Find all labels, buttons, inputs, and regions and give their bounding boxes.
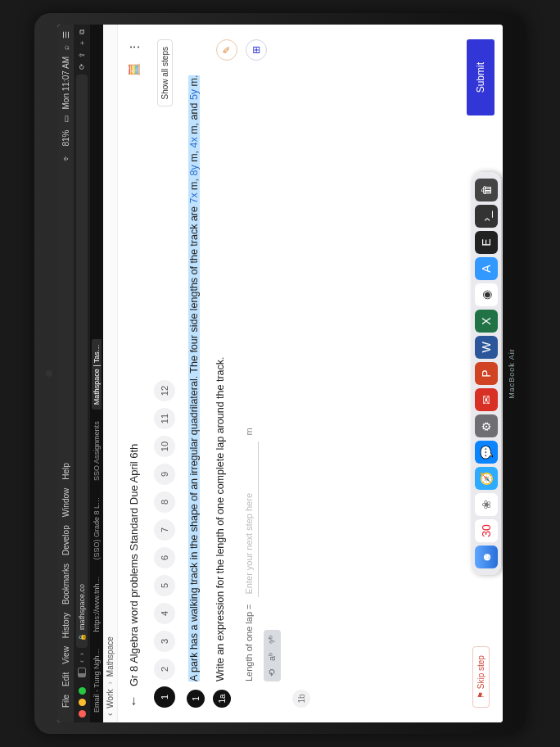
step-11[interactable]: 11 xyxy=(154,408,175,429)
step-2[interactable]: 2 xyxy=(154,659,175,680)
step-5[interactable]: 5 xyxy=(154,575,175,596)
step-7[interactable]: 7 xyxy=(154,519,175,541)
dock-chrome[interactable]: ◉ xyxy=(475,283,498,306)
show-all-steps-button[interactable]: Show all steps xyxy=(157,39,173,106)
dock-settings[interactable]: ⚙ xyxy=(475,414,498,437)
q1-v3: 4x xyxy=(188,137,200,147)
answer-input[interactable] xyxy=(239,442,259,598)
answer-label: Length of one lap = xyxy=(244,604,254,682)
crumb-mathspace[interactable]: Mathspace xyxy=(106,636,115,677)
dock-word[interactable]: W xyxy=(475,336,498,359)
step-1[interactable]: 1 xyxy=(154,686,175,708)
step-12[interactable]: 12 xyxy=(154,380,175,401)
dock-excel[interactable]: X xyxy=(475,310,498,333)
menu-file[interactable]: File xyxy=(61,695,70,708)
dock-epic[interactable]: E xyxy=(475,231,498,254)
answer-unit: m xyxy=(244,428,254,435)
screen: File Edit View History Bookmarks Develop… xyxy=(57,25,503,722)
dock-calendar[interactable]: 30 xyxy=(475,519,498,542)
step-nav: 1 2 3 4 5 6 7 8 9 10 11 12 Show all step… xyxy=(154,39,175,708)
dock-finder[interactable]: ☻ xyxy=(475,546,498,568)
dock-appstore[interactable]: A xyxy=(475,257,498,280)
page-title: Gr 8 Algebra word problems Standard Due … xyxy=(128,444,140,686)
step-8[interactable]: 8 xyxy=(154,491,175,513)
back-arrow-icon[interactable]: ← xyxy=(126,695,141,708)
math-toolbar: ⟲ aᵇ ᵃ⁄ᵇ xyxy=(264,630,281,681)
nav-forward-icon[interactable]: › xyxy=(78,653,86,655)
mac-dock: ☻ 30 ❀ 🧭 💬 ⚙ ✉ P W X ◉ A E ›_ 🗑 xyxy=(472,172,501,575)
reload-icon[interactable]: ⟳ xyxy=(78,63,86,70)
menu-view[interactable]: View xyxy=(61,646,70,664)
laptop-hinge-label: MacBook Air xyxy=(503,25,521,722)
dock-trash[interactable]: 🗑 xyxy=(475,179,498,201)
battery-icon: ▭ xyxy=(61,115,70,123)
dock-safari[interactable]: 🧭 xyxy=(475,467,498,490)
menu-develop[interactable]: Develop xyxy=(61,525,70,555)
search-icon[interactable]: ⌕ xyxy=(61,45,70,50)
tab-strip: Email - Tung Ngh… https://wvw.tnh… (SSO)… xyxy=(90,25,103,722)
q1-m1: m, xyxy=(188,176,200,193)
dock-messages[interactable]: 💬 xyxy=(475,441,498,464)
menu-bookmarks[interactable]: Bookmarks xyxy=(61,564,70,604)
address-bar[interactable]: 🔒 mathspace.co xyxy=(76,75,88,648)
clock: Mon 11:07 AM xyxy=(61,57,70,109)
menu-history[interactable]: History xyxy=(61,613,70,638)
submit-button[interactable]: Submit xyxy=(467,39,495,115)
undo-icon[interactable]: ⟲ xyxy=(267,669,278,677)
q1-m3: m, and xyxy=(188,100,200,137)
power-icon[interactable]: aᵇ xyxy=(267,652,278,661)
q1-v2: 8y xyxy=(188,165,200,175)
grid-icon[interactable]: ⊞ xyxy=(246,39,267,61)
control-center-icon[interactable]: ☰ xyxy=(61,31,70,38)
wifi-icon[interactable]: ᯤ xyxy=(61,153,70,161)
crumb-chevron-icon[interactable]: ‹ xyxy=(106,713,115,716)
page-content: ← Gr 8 Algebra word problems Standard Du… xyxy=(118,25,503,722)
skip-step-button[interactable]: Skip step xyxy=(472,646,490,708)
battery-percent: 81% xyxy=(61,129,70,146)
dock-photos[interactable]: ❀ xyxy=(475,493,498,516)
window-controls xyxy=(79,687,86,718)
nav-back-icon[interactable]: ‹ xyxy=(78,660,86,663)
tab-1[interactable]: https://wvw.tnh… xyxy=(92,571,102,636)
tabs-overview-icon[interactable]: ⧉ xyxy=(78,29,87,34)
q1-m2: m, xyxy=(188,147,200,165)
lock-icon: 🔒 xyxy=(79,633,86,641)
menu-edit[interactable]: Edit xyxy=(61,672,70,686)
dock-terminal[interactable]: ›_ xyxy=(475,205,498,228)
step-10[interactable]: 10 xyxy=(154,436,175,457)
hint-icon[interactable]: ✎ xyxy=(216,39,237,61)
close-window[interactable] xyxy=(79,710,86,718)
status-tray: ᯤ 81% ▭ Mon 11:07 AM ⌕ ☰ xyxy=(61,31,70,161)
tab-2[interactable]: (SSO) Grade 8 L… xyxy=(92,492,102,565)
q1-v4: 5y xyxy=(188,89,200,100)
answer-area: Length of one lap = m xyxy=(239,39,259,681)
dock-mail[interactable]: ✉ xyxy=(475,388,498,411)
q1a-bullet: 1a xyxy=(213,690,231,708)
problem-block: 1 A park has a walking track in the shap… xyxy=(187,39,310,708)
menu-help[interactable]: Help xyxy=(61,463,70,480)
tab-3[interactable]: SSO Assignments xyxy=(92,416,102,486)
calculator-icon[interactable]: 🧮 xyxy=(126,62,141,77)
dock-powerpoint[interactable]: P xyxy=(475,362,498,385)
share-icon[interactable]: ⇪ xyxy=(78,52,86,58)
tab-4[interactable]: Mathspace | Tas… xyxy=(92,339,102,410)
q1-post: m. xyxy=(188,75,200,89)
q1a-text: Write an expression for the length of on… xyxy=(213,356,231,681)
step-3[interactable]: 3 xyxy=(154,631,175,652)
tab-0[interactable]: Email - Tung Ngh… xyxy=(92,643,102,718)
q1-bullet: 1 xyxy=(187,690,205,708)
step-9[interactable]: 9 xyxy=(154,464,175,485)
maximize-window[interactable] xyxy=(79,687,86,695)
fraction-icon[interactable]: ᵃ⁄ᵇ xyxy=(267,635,278,644)
step-6[interactable]: 6 xyxy=(154,547,175,568)
menu-window[interactable]: Window xyxy=(61,488,70,518)
browser-toolbar: ‹ › 🔒 mathspace.co ⟳ ⇪ ＋ ⧉ xyxy=(74,25,90,722)
more-icon[interactable]: ⋮ xyxy=(126,39,141,54)
minimize-window[interactable] xyxy=(79,699,86,706)
q1-pre: A park has a walking track in the shape … xyxy=(188,204,200,681)
crumb-work[interactable]: Work xyxy=(106,690,115,709)
step-4[interactable]: 4 xyxy=(154,603,175,624)
new-tab-icon[interactable]: ＋ xyxy=(77,39,88,47)
sidebar-toggle-icon[interactable] xyxy=(78,668,86,677)
q1-v1: 7x xyxy=(188,192,200,203)
